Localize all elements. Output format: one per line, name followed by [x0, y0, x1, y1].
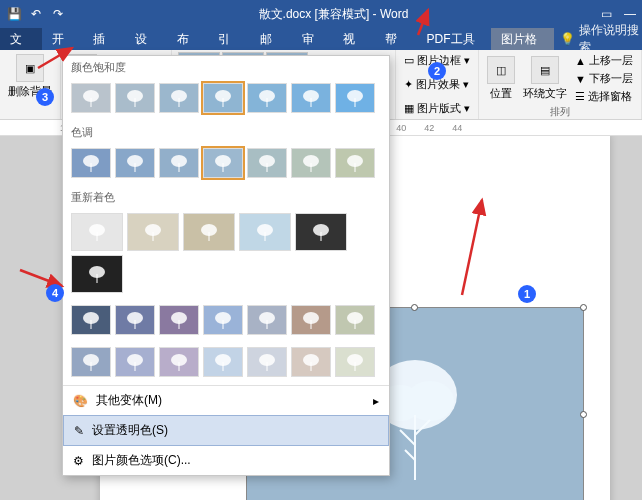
color-swatch[interactable] [115, 148, 155, 178]
color-swatch[interactable] [247, 83, 287, 113]
color-swatch[interactable] [159, 83, 199, 113]
more-variants-item[interactable]: 🎨 其他变体(M) ▸ [63, 386, 389, 415]
wrap-text-button[interactable]: ▤环绕文字 [521, 54, 569, 103]
color-swatch[interactable] [247, 305, 287, 335]
chevron-down-icon: ▾ [463, 78, 469, 91]
remove-bg-icon: ▣ [16, 54, 44, 82]
tab-picture-format[interactable]: 图片格式 [491, 28, 554, 50]
resize-handle-ne[interactable] [580, 304, 587, 311]
bring-forward-label: 上移一层 [589, 53, 633, 68]
save-icon[interactable]: 💾 [6, 6, 22, 22]
ribbon-tabs: 文件 开始 插入 设计 布局 引用 邮件 审阅 视图 帮助 PDF工具集 图片格… [0, 28, 642, 50]
color-swatch[interactable] [71, 347, 111, 377]
color-swatch[interactable] [115, 305, 155, 335]
color-swatch[interactable] [127, 213, 179, 251]
resize-handle-n[interactable] [411, 304, 418, 311]
saturation-header: 颜色饱和度 [63, 56, 389, 79]
send-backward-button[interactable]: ▼下移一层 [573, 70, 635, 87]
color-swatch[interactable] [159, 148, 199, 178]
title-bar: 💾 ↶ ↷ 散文.docx [兼容模式] - Word 图片工具 ▭ — [0, 0, 642, 28]
ribbon-options-icon[interactable]: ▭ [601, 7, 612, 21]
redo-icon[interactable]: ↷ [50, 6, 66, 22]
tab-insert[interactable]: 插入 [83, 28, 125, 50]
tab-mailings[interactable]: 邮件 [250, 28, 292, 50]
position-icon: ◫ [487, 56, 515, 84]
color-swatch[interactable] [335, 148, 375, 178]
color-swatch[interactable] [183, 213, 235, 251]
minimize-icon[interactable]: — [624, 7, 636, 21]
color-swatch[interactable] [239, 213, 291, 251]
color-swatch[interactable] [203, 83, 243, 113]
bring-forward-icon: ▲ [575, 55, 586, 67]
saturation-swatches [63, 79, 389, 121]
color-swatch[interactable] [203, 148, 243, 178]
tab-home[interactable]: 开始 [42, 28, 84, 50]
position-button[interactable]: ◫位置 [485, 54, 517, 103]
annotation-badge-2: 2 [428, 62, 446, 80]
picture-layout-button[interactable]: ▦图片版式▾ [402, 100, 472, 117]
chevron-right-icon: ▸ [373, 394, 379, 408]
color-options-label: 图片颜色选项(C)... [92, 452, 191, 469]
pic-layout-label: 图片版式 [417, 101, 461, 116]
color-swatch[interactable] [115, 83, 155, 113]
annotation-badge-4: 4 [46, 284, 64, 302]
options-icon: ⚙ [73, 454, 84, 468]
send-backward-icon: ▼ [575, 73, 586, 85]
annotation-badge-1: 1 [518, 285, 536, 303]
color-flyout-menu: 颜色饱和度 色调 重新着色 🎨 其他变体(M) ▸ ✎ 设置透明色(S) ⚙ 图… [62, 55, 390, 476]
set-transparent-label: 设置透明色(S) [92, 422, 168, 439]
tone-header: 色调 [63, 121, 389, 144]
color-swatch[interactable] [291, 83, 331, 113]
palette-icon: 🎨 [73, 394, 88, 408]
bring-forward-button[interactable]: ▲上移一层 [573, 52, 635, 69]
annotation-badge-3: 3 [36, 88, 54, 106]
color-swatch[interactable] [291, 305, 331, 335]
group-remove-bg: ▣ 删除背景 [0, 50, 61, 119]
color-swatch[interactable] [71, 255, 123, 293]
tab-layout[interactable]: 布局 [167, 28, 209, 50]
tab-references[interactable]: 引用 [208, 28, 250, 50]
color-swatch[interactable] [335, 305, 375, 335]
wrap-label: 环绕文字 [523, 86, 567, 101]
resize-handle-e[interactable] [580, 411, 587, 418]
tab-pdf[interactable]: PDF工具集 [417, 28, 491, 50]
tab-design[interactable]: 设计 [125, 28, 167, 50]
selection-pane-label: 选择窗格 [588, 89, 632, 104]
undo-icon[interactable]: ↶ [28, 6, 44, 22]
color-swatch[interactable] [71, 83, 111, 113]
group-arrange: ◫位置 ▤环绕文字 ▲上移一层 ▼下移一层 ☰选择窗格 排列 [479, 50, 642, 119]
tell-me-search[interactable]: 💡 操作说明搜索 [560, 28, 642, 50]
quick-access-toolbar: 💾 ↶ ↷ [6, 6, 66, 22]
color-swatch[interactable] [71, 213, 123, 251]
set-transparent-color-item[interactable]: ✎ 设置透明色(S) [63, 415, 389, 446]
color-swatch[interactable] [71, 148, 111, 178]
wrap-icon: ▤ [531, 56, 559, 84]
recolor-swatches-row2 [63, 301, 389, 343]
border-icon: ▭ [404, 54, 414, 67]
tab-help[interactable]: 帮助 [375, 28, 417, 50]
chevron-down-icon: ▾ [464, 54, 470, 67]
chevron-down-icon: ▾ [464, 102, 470, 115]
color-swatch[interactable] [71, 305, 111, 335]
color-swatch[interactable] [295, 213, 347, 251]
window-controls: ▭ — [601, 7, 636, 21]
color-swatch[interactable] [203, 305, 243, 335]
picture-color-options-item[interactable]: ⚙ 图片颜色选项(C)... [63, 446, 389, 475]
color-swatch[interactable] [247, 148, 287, 178]
color-swatch[interactable] [159, 347, 199, 377]
color-swatch[interactable] [203, 347, 243, 377]
color-swatch[interactable] [115, 347, 155, 377]
selection-pane-button[interactable]: ☰选择窗格 [573, 88, 635, 105]
group-picture-border-effects: ▭图片边框▾ ✦图片效果▾ ▦图片版式▾ [396, 50, 479, 119]
tab-view[interactable]: 视图 [333, 28, 375, 50]
color-swatch[interactable] [291, 148, 331, 178]
color-swatch[interactable] [335, 83, 375, 113]
color-swatch[interactable] [247, 347, 287, 377]
position-label: 位置 [490, 86, 512, 101]
tab-review[interactable]: 审阅 [292, 28, 334, 50]
tab-file[interactable]: 文件 [0, 28, 42, 50]
color-swatch[interactable] [335, 347, 375, 377]
arrange-group-label: 排列 [485, 105, 635, 119]
color-swatch[interactable] [291, 347, 331, 377]
color-swatch[interactable] [159, 305, 199, 335]
